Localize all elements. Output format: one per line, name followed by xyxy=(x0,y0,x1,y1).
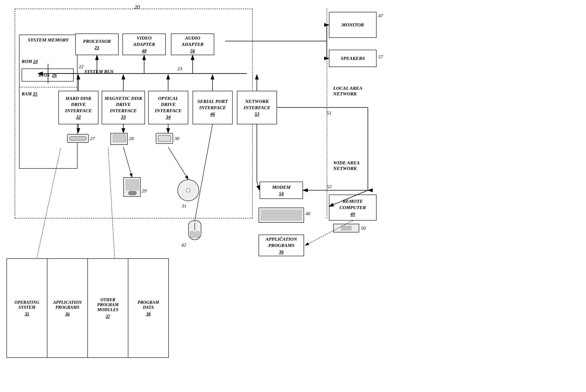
video-adapter-label: VIDEOADAPTER xyxy=(133,35,155,47)
speakers-box: SPEAKERS xyxy=(329,50,377,67)
monitor-box: MONITOR xyxy=(329,12,377,38)
magnetic-disk-box: MAGNETIC DISKDRIVEINTERFACE 33 xyxy=(102,91,145,124)
num-46: 46 xyxy=(210,111,215,117)
modem-label: MODEM xyxy=(272,184,290,190)
num-36-left: 36 xyxy=(65,312,70,316)
num-37: 37 xyxy=(106,314,110,319)
network-interface-label: NETWORKINTERFACE xyxy=(244,98,270,111)
audio-adapter-label: AUDIOADAPTER xyxy=(182,35,203,47)
app-programs-right-box: APPLICATIONPROGRAMS 36 xyxy=(258,234,304,256)
num-34: 34 xyxy=(166,114,171,120)
remote-computer-label: REMOTE COMPUTER xyxy=(329,198,376,210)
num-21: 21 xyxy=(95,45,99,50)
num-27: 27 xyxy=(90,136,95,142)
diagram: 20 SYSTEM MEMORY ROM 24 BIOS 26 RAM 25 2… xyxy=(0,0,586,392)
serial-port-box: SERIAL PORTINTERFACE 46 xyxy=(193,91,233,124)
rom-label: ROM 24 xyxy=(22,59,38,64)
num-20: 20 xyxy=(134,4,140,10)
system-memory-label: SYSTEM MEMORY xyxy=(20,37,77,43)
local-area-network-label: LOCAL AREANETWORK xyxy=(333,86,363,97)
network-interface-box: NETWORKINTERFACE 53 xyxy=(237,91,277,124)
video-adapter-box: VIDEOADAPTER 48 xyxy=(123,34,166,55)
system-bus-label: SYSTEM BUS xyxy=(84,69,113,74)
optical-disc-icon xyxy=(156,133,173,144)
speakers-label: SPEAKERS xyxy=(341,55,365,62)
serial-port-label: SERIAL PORTINTERFACE xyxy=(197,98,228,111)
num-48: 48 xyxy=(142,48,147,54)
num-33: 33 xyxy=(121,114,126,120)
num-53: 53 xyxy=(255,111,259,117)
cd-icon xyxy=(177,180,199,201)
storage-perspective-box: OPERATINGSYSTEM 35 APPLICATIONPROGRAMS 3… xyxy=(7,258,169,358)
app-programs-right-label: APPLICATIONPROGRAMS xyxy=(265,236,297,248)
audio-adapter-box: AUDIOADAPTER 56 xyxy=(171,34,214,55)
mouse-icon xyxy=(188,220,201,240)
num-38: 38 xyxy=(146,312,151,316)
magnetic-disk-label: MAGNETIC DISKDRIVEINTERFACE xyxy=(105,95,142,114)
app-programs-label: APPLICATIONPROGRAMS xyxy=(53,300,82,310)
num-50: 50 xyxy=(361,225,366,231)
bios-label: BIOS 26 xyxy=(39,72,57,78)
num-42: 42 xyxy=(181,242,186,248)
hard-disk-label: HARD DISKDRIVEINTERFACE xyxy=(65,95,92,114)
svg-text:51: 51 xyxy=(327,110,332,116)
remote-computer-box: REMOTE COMPUTER 49 xyxy=(329,194,377,220)
floppy-icon xyxy=(110,133,128,145)
num-36-right: 36 xyxy=(279,249,284,255)
num-49: 49 xyxy=(350,211,355,217)
wide-area-network-label: WIDE AREANETWORK xyxy=(333,160,360,171)
num-57: 57 xyxy=(378,54,383,60)
num-40: 40 xyxy=(306,211,310,216)
svg-line-29 xyxy=(257,182,260,190)
num-23: 23 xyxy=(177,66,182,72)
keyboard-icon xyxy=(258,208,304,223)
num-54: 54 xyxy=(279,191,284,196)
right-boundary xyxy=(327,9,327,218)
num-22: 22 xyxy=(79,64,84,70)
ram-label: RAM 25 xyxy=(22,91,38,97)
optical-drive-label: OPTICALDRIVEINTERFACE xyxy=(155,95,182,114)
remote-device-icon xyxy=(333,224,359,232)
num-56: 56 xyxy=(190,48,195,54)
num-29: 29 xyxy=(142,188,147,194)
processor-box: PROCESSOR 21 xyxy=(75,34,119,55)
num-32: 32 xyxy=(76,114,81,120)
svg-text:52: 52 xyxy=(327,184,332,189)
num-31: 31 xyxy=(182,203,186,209)
program-data-label: PROGRAMDATA xyxy=(138,300,159,310)
bios-box: BIOS 26 xyxy=(22,68,74,82)
num-30: 30 xyxy=(174,136,179,142)
optical-drive-box: OPTICALDRIVEINTERFACE 34 xyxy=(148,91,188,124)
num-28: 28 xyxy=(129,136,134,142)
num-47: 47 xyxy=(378,13,383,18)
monitor-label: MONITOR xyxy=(342,22,364,28)
other-programs-label: OTHERPROGRAMMODULES xyxy=(97,297,119,312)
processor-label: PROCESSOR xyxy=(83,38,111,44)
hard-disk-box: HARD DISKDRIVEINTERFACE 32 xyxy=(59,91,99,124)
modem-box: MODEM 54 xyxy=(260,182,303,199)
hard-disk-icon xyxy=(67,134,89,143)
os-label: OPERATINGSYSTEM xyxy=(15,300,39,310)
num-35: 35 xyxy=(25,312,29,316)
floppy-29-icon xyxy=(123,177,141,197)
